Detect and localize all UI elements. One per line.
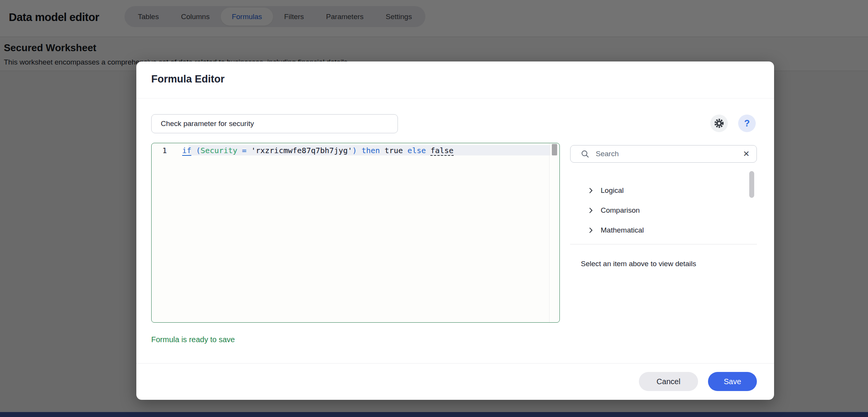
code-token: ) xyxy=(352,146,357,155)
panel-divider xyxy=(570,244,757,244)
code-token: Security xyxy=(200,146,237,155)
line-number: 1 xyxy=(152,146,167,155)
modal-header-divider xyxy=(136,98,774,99)
code-token: 'rxzricmwfe87q7bh7jyg' xyxy=(251,146,352,155)
function-category-list: LogicalComparisonMathematical xyxy=(570,181,757,240)
function-search-box[interactable]: ✕ xyxy=(570,145,757,163)
category-row-comparison[interactable]: Comparison xyxy=(570,200,757,220)
formula-tokens[interactable]: if (Security = 'rxzricmwfe87q7bh7jyg') t… xyxy=(182,146,454,155)
cancel-button[interactable]: Cancel xyxy=(639,372,698,391)
screen: Data model editor TablesColumnsFormulasF… xyxy=(0,0,868,417)
function-search-input[interactable] xyxy=(596,150,742,158)
code-line[interactable]: 1 if (Security = 'rxzricmwfe87q7bh7jyg')… xyxy=(152,146,559,155)
gear-icon xyxy=(714,118,724,129)
panel-hint-text: Select an item above to view details xyxy=(581,260,696,268)
category-row-logical[interactable]: Logical xyxy=(570,181,757,200)
code-token xyxy=(403,146,407,155)
chevron-right-icon xyxy=(587,226,595,234)
category-label: Mathematical xyxy=(601,226,644,234)
code-token: then xyxy=(362,146,380,155)
help-button[interactable]: ? xyxy=(738,115,756,132)
code-token: if xyxy=(182,146,191,156)
formula-status-message: Formula is ready to save xyxy=(151,335,235,344)
settings-button[interactable] xyxy=(710,115,728,132)
code-token: false xyxy=(430,146,453,156)
chevron-right-icon xyxy=(587,187,595,194)
code-token: ( xyxy=(196,146,200,155)
close-icon: ✕ xyxy=(743,149,750,158)
category-label: Comparison xyxy=(601,206,640,215)
category-row-mathematical[interactable]: Mathematical xyxy=(570,220,757,240)
code-token xyxy=(426,146,430,155)
save-button[interactable]: Save xyxy=(708,372,757,391)
code-token xyxy=(238,146,242,155)
code-token: true xyxy=(385,146,403,155)
category-label: Logical xyxy=(601,186,624,195)
formula-editor-modal: Formula Editor ? 1 if (Security = 'rxzri… xyxy=(136,61,774,400)
code-token xyxy=(191,146,196,155)
clear-search-button[interactable]: ✕ xyxy=(742,149,750,158)
editor-scrollbar-thumb[interactable] xyxy=(552,144,557,155)
code-token xyxy=(357,146,362,155)
chevron-right-icon xyxy=(587,207,595,214)
code-token: else xyxy=(407,146,426,155)
panel-scrollbar-thumb[interactable] xyxy=(749,171,754,198)
question-mark-icon: ? xyxy=(744,118,750,129)
code-token: = xyxy=(242,146,247,155)
editor-scrollbar-track xyxy=(549,143,550,322)
modal-footer-divider xyxy=(136,363,774,364)
modal-title: Formula Editor xyxy=(151,73,225,85)
code-token xyxy=(380,146,385,155)
search-icon xyxy=(580,149,590,158)
formula-code-editor[interactable]: 1 if (Security = 'rxzricmwfe87q7bh7jyg')… xyxy=(151,143,560,323)
formula-name-input[interactable] xyxy=(151,114,398,133)
code-token xyxy=(247,146,251,155)
